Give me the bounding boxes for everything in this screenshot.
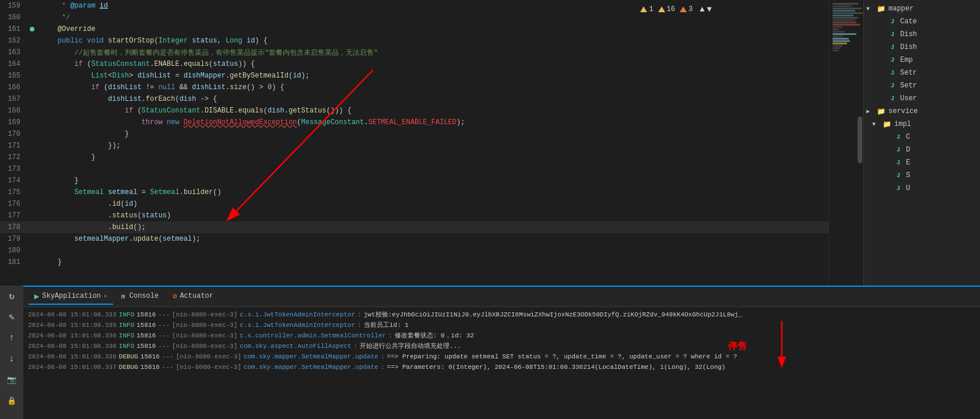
folder-icon: 📁 — [876, 106, 886, 117]
tree-item-impl-s[interactable]: J S — [864, 169, 980, 182]
minimap-scrollbar[interactable] — [858, 117, 862, 163]
tree-label: service — [888, 107, 918, 115]
table-row: 168 if (StatusConstant.DISABLE.equals(di… — [0, 105, 828, 117]
code-scroll-area[interactable]: 1 16 3 ▲ ▼ — [0, 0, 828, 286]
main-container: 1 16 3 ▲ ▼ — [0, 0, 980, 419]
folder-icon: 📁 — [881, 119, 892, 129]
log-timestamp: 2024-06-08 15:01:08.333 — [28, 309, 117, 320]
nav-down-arrow[interactable]: ▼ — [707, 5, 712, 14]
log-colon: : — [388, 330, 392, 341]
scroll-up-button[interactable]: ↑ — [3, 330, 20, 346]
log-message: 开始进行公共字段自动填充处理... — [360, 341, 461, 351]
tree-item-impl-d[interactable]: J D — [864, 143, 980, 156]
edit-button[interactable]: ✎ — [3, 309, 20, 325]
java-file-icon: J — [887, 68, 898, 78]
table-row: 176 .id(id) — [0, 198, 828, 210]
log-class: com.sky.mapper.SetmealMapper.update — [244, 351, 378, 362]
log-timestamp: 2024-06-08 15:01:08.336 — [28, 351, 117, 362]
file-tree-panel: ▼ 📁 mapper J Cate J Dish J — [863, 0, 980, 286]
camera-button[interactable]: 📷 — [3, 372, 20, 388]
log-line: 2024-06-08 15:01:08.336 DEBUG 15816 --- … — [23, 351, 980, 362]
log-colon: : — [354, 341, 358, 351]
tree-label: Setr — [900, 82, 917, 90]
console-icon: ⊞ — [121, 293, 125, 300]
java-file-icon: J — [887, 29, 898, 40]
tree-item-impl-e[interactable]: J E — [864, 156, 980, 169]
breakpoint-dot[interactable] — [30, 27, 34, 31]
java-file-icon: J — [893, 145, 904, 155]
tree-label: Setr — [900, 69, 917, 77]
tree-label: Emp — [900, 56, 913, 64]
table-row: 169 throw new DeletionNotAllowedExceptio… — [0, 117, 828, 128]
tree-label: mapper — [888, 5, 914, 13]
table-row: 164 if (StatusConstant.ENABLE.equals(sta… — [0, 58, 828, 70]
java-file-icon: J — [893, 183, 904, 193]
log-pid: 15816 — [136, 309, 156, 320]
tree-item-setr2[interactable]: J Setr — [864, 79, 980, 92]
tab-console[interactable]: ⊞ Console — [115, 288, 164, 305]
warning-item-1[interactable]: 1 — [640, 5, 653, 13]
lock-button[interactable]: 🔒 — [3, 393, 20, 409]
warning-triangle-yellow2 — [658, 6, 665, 12]
tree-collapse-arrow: ▶ — [866, 108, 876, 115]
code-lines: 159 * @param id 160 */ 161 — [0, 0, 828, 268]
scroll-down-button[interactable]: ↓ — [3, 351, 20, 367]
table-row: 172 } — [0, 152, 828, 163]
warning-count-3: 3 — [689, 5, 693, 13]
log-thread: [nio-8080-exec-3] — [176, 362, 241, 372]
tab-label: SkyApplication — [42, 292, 101, 300]
tree-expand-arrow: ▼ — [866, 6, 876, 12]
log-pid: 15816 — [140, 362, 160, 372]
tree-item-mapper[interactable]: ▼ 📁 mapper — [864, 2, 980, 15]
tree-item-user[interactable]: J User — [864, 92, 980, 105]
java-file-icon: J — [893, 132, 904, 142]
actuator-icon: ⚙ — [173, 292, 177, 301]
warning-triangle-yellow — [640, 6, 647, 12]
log-class: com.sky.mapper.SetmealMapper.update — [244, 362, 378, 372]
warning-item-2[interactable]: 16 — [658, 5, 675, 13]
log-sep: --- — [162, 362, 174, 372]
log-level: DEBUG — [119, 351, 138, 362]
tab-label: Console — [129, 292, 159, 300]
run-icon: ▶ — [34, 291, 39, 301]
tab-close-button[interactable]: ✕ — [104, 293, 107, 300]
tree-item-impl-u[interactable]: J U — [864, 182, 980, 195]
log-pid: 15816 — [140, 351, 160, 362]
tree-label: C — [906, 133, 910, 141]
log-thread: [nio-8080-exec-3] — [172, 309, 237, 320]
tree-expand-arrow: ▼ — [872, 121, 881, 128]
console-content[interactable]: 2024-06-08 15:01:08.333 INFO 15816 --- [… — [23, 307, 980, 419]
tab-sky-application[interactable]: ▶ SkyApplication ✕ — [29, 288, 113, 305]
tree-item-setr1[interactable]: J Setr — [864, 66, 980, 79]
stop-label: 停售 — [728, 341, 747, 351]
left-toolbar: ↻ ✎ ↑ ↓ 📷 🔒 — [0, 307, 23, 419]
log-sep: --- — [158, 330, 170, 341]
log-colon: : — [357, 309, 361, 320]
tree-item-dish2[interactable]: J Dish — [864, 41, 980, 54]
warning-count-2: 16 — [667, 5, 675, 13]
log-thread: [nio-8080-exec-3] — [172, 330, 237, 341]
nav-up-arrow[interactable]: ▲ — [700, 5, 704, 14]
tab-actuator[interactable]: ⚙ Actuator — [167, 288, 219, 305]
tree-label: Dish — [900, 30, 917, 38]
table-row: 171 }); — [0, 140, 828, 152]
tree-item-impl-c[interactable]: J C — [864, 131, 980, 143]
warning-triangle-orange — [680, 6, 687, 12]
log-timestamp: 2024-06-08 15:01:08.336 — [28, 341, 117, 351]
tree-item-dish1[interactable]: J Dish — [864, 28, 980, 41]
table-row: 170 } — [0, 128, 828, 140]
tree-label: User — [900, 94, 917, 103]
log-line: 2024-06-08 15:01:08.336 INFO 15816 --- [… — [23, 330, 980, 341]
tree-item-cate[interactable]: J Cate — [864, 15, 980, 28]
warning-item-3[interactable]: 3 — [680, 5, 693, 13]
tab-label: Actuator — [180, 292, 213, 300]
tree-item-emp[interactable]: J Emp — [864, 54, 980, 66]
table-row: 177 .status(status) — [0, 210, 828, 221]
log-message: jwt校验:eyJhbGciOiJIUzI1NiJ9.eyJlbXBJZCI6M… — [364, 309, 742, 320]
log-line: 2024-06-08 15:01:08.337 DEBUG 15816 --- … — [23, 362, 980, 372]
log-thread: [nio-8080-exec-3] — [172, 341, 237, 351]
tree-item-impl[interactable]: ▼ 📁 impl — [864, 118, 980, 131]
tree-label: U — [906, 184, 910, 192]
tree-item-service[interactable]: ▶ 📁 service — [864, 105, 980, 118]
log-line: 2024-06-08 15:01:08.335 INFO 15816 --- [… — [23, 320, 980, 330]
